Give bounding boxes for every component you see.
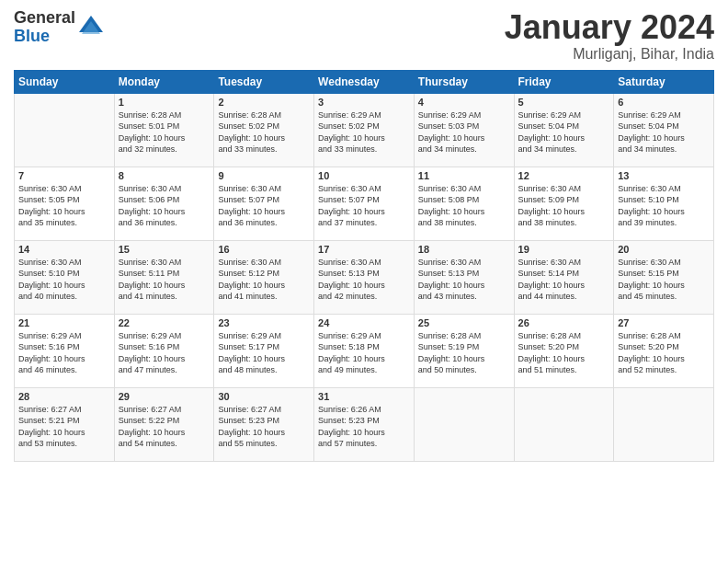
weekday-header: Sunday (15, 70, 115, 93)
day-info: Sunrise: 6:26 AMSunset: 5:23 PMDaylight:… (318, 404, 410, 450)
weekday-header: Tuesday (214, 70, 314, 93)
day-info: Sunrise: 6:29 AMSunset: 5:18 PMDaylight:… (318, 330, 410, 376)
calendar-cell: 14Sunrise: 6:30 AMSunset: 5:10 PMDayligh… (15, 240, 115, 314)
page-header: General Blue January 2024 Murliganj, Bih… (14, 9, 714, 63)
day-number: 6 (618, 97, 710, 108)
calendar-week-row: 14Sunrise: 6:30 AMSunset: 5:10 PMDayligh… (15, 240, 714, 314)
calendar-cell (414, 387, 514, 461)
weekday-header: Friday (514, 70, 614, 93)
day-info: Sunrise: 6:29 AMSunset: 5:16 PMDaylight:… (119, 330, 210, 376)
calendar-cell: 8Sunrise: 6:30 AMSunset: 5:06 PMDaylight… (114, 167, 214, 240)
day-info: Sunrise: 6:27 AMSunset: 5:21 PMDaylight:… (18, 404, 110, 450)
day-number: 22 (119, 317, 210, 328)
calendar-cell: 18Sunrise: 6:30 AMSunset: 5:13 PMDayligh… (414, 240, 514, 314)
day-info: Sunrise: 6:30 AMSunset: 5:13 PMDaylight:… (318, 257, 410, 303)
day-info: Sunrise: 6:29 AMSunset: 5:02 PMDaylight:… (318, 109, 410, 155)
day-info: Sunrise: 6:28 AMSunset: 5:19 PMDaylight:… (418, 330, 510, 376)
month-title: January 2024 (505, 9, 714, 46)
day-number: 28 (18, 391, 110, 402)
day-number: 18 (418, 244, 510, 255)
day-number: 9 (218, 170, 310, 181)
calendar-cell: 22Sunrise: 6:29 AMSunset: 5:16 PMDayligh… (114, 314, 214, 387)
day-number: 15 (119, 244, 210, 255)
calendar-week-row: 28Sunrise: 6:27 AMSunset: 5:21 PMDayligh… (15, 387, 714, 461)
calendar-week-row: 21Sunrise: 6:29 AMSunset: 5:16 PMDayligh… (15, 314, 714, 387)
logo: General Blue (14, 9, 105, 46)
day-number: 24 (318, 317, 410, 328)
day-number: 10 (318, 170, 410, 181)
day-number: 5 (518, 97, 610, 108)
day-number: 17 (318, 244, 410, 255)
logo-general-text: General (14, 9, 75, 28)
title-section: January 2024 Murliganj, Bihar, India (505, 9, 714, 63)
calendar-cell: 29Sunrise: 6:27 AMSunset: 5:22 PMDayligh… (114, 387, 214, 461)
calendar-cell: 26Sunrise: 6:28 AMSunset: 5:20 PMDayligh… (514, 314, 614, 387)
calendar-cell: 21Sunrise: 6:29 AMSunset: 5:16 PMDayligh… (15, 314, 115, 387)
calendar-week-row: 1Sunrise: 6:28 AMSunset: 5:01 PMDaylight… (15, 93, 714, 167)
weekday-header: Thursday (414, 70, 514, 93)
calendar-cell: 12Sunrise: 6:30 AMSunset: 5:09 PMDayligh… (514, 167, 614, 240)
day-info: Sunrise: 6:30 AMSunset: 5:15 PMDaylight:… (618, 257, 710, 303)
day-info: Sunrise: 6:30 AMSunset: 5:06 PMDaylight:… (119, 183, 210, 229)
logo-blue-text: Blue (14, 28, 75, 46)
calendar-week-row: 7Sunrise: 6:30 AMSunset: 5:05 PMDaylight… (15, 167, 714, 240)
day-info: Sunrise: 6:29 AMSunset: 5:03 PMDaylight:… (418, 109, 510, 155)
day-number: 12 (518, 170, 610, 181)
logo-icon (77, 14, 105, 41)
day-number: 27 (618, 317, 710, 328)
calendar-cell: 4Sunrise: 6:29 AMSunset: 5:03 PMDaylight… (414, 93, 514, 167)
day-info: Sunrise: 6:28 AMSunset: 5:01 PMDaylight:… (119, 109, 210, 155)
day-info: Sunrise: 6:30 AMSunset: 5:10 PMDaylight:… (618, 183, 710, 229)
day-info: Sunrise: 6:30 AMSunset: 5:09 PMDaylight:… (518, 183, 610, 229)
day-number: 31 (318, 391, 410, 402)
calendar-cell: 15Sunrise: 6:30 AMSunset: 5:11 PMDayligh… (114, 240, 214, 314)
day-number: 26 (518, 317, 610, 328)
calendar-cell: 28Sunrise: 6:27 AMSunset: 5:21 PMDayligh… (15, 387, 115, 461)
day-number: 20 (618, 244, 710, 255)
calendar-cell: 6Sunrise: 6:29 AMSunset: 5:04 PMDaylight… (614, 93, 714, 167)
day-info: Sunrise: 6:30 AMSunset: 5:05 PMDaylight:… (18, 183, 110, 229)
calendar-cell: 31Sunrise: 6:26 AMSunset: 5:23 PMDayligh… (314, 387, 415, 461)
day-number: 2 (218, 97, 310, 108)
day-info: Sunrise: 6:29 AMSunset: 5:04 PMDaylight:… (618, 109, 710, 155)
day-number: 3 (318, 97, 410, 108)
location: Murliganj, Bihar, India (505, 46, 714, 63)
day-number: 30 (218, 391, 310, 402)
day-number: 4 (418, 97, 510, 108)
day-number: 21 (18, 317, 110, 328)
day-info: Sunrise: 6:30 AMSunset: 5:07 PMDaylight:… (218, 183, 310, 229)
day-info: Sunrise: 6:30 AMSunset: 5:13 PMDaylight:… (418, 257, 510, 303)
day-info: Sunrise: 6:30 AMSunset: 5:10 PMDaylight:… (18, 257, 110, 303)
day-number: 7 (18, 170, 110, 181)
day-number: 29 (119, 391, 210, 402)
day-info: Sunrise: 6:27 AMSunset: 5:23 PMDaylight:… (218, 404, 310, 450)
calendar-cell (614, 387, 714, 461)
calendar-cell: 30Sunrise: 6:27 AMSunset: 5:23 PMDayligh… (214, 387, 314, 461)
calendar-cell: 13Sunrise: 6:30 AMSunset: 5:10 PMDayligh… (614, 167, 714, 240)
day-info: Sunrise: 6:27 AMSunset: 5:22 PMDaylight:… (119, 404, 210, 450)
day-info: Sunrise: 6:30 AMSunset: 5:14 PMDaylight:… (518, 257, 610, 303)
day-info: Sunrise: 6:30 AMSunset: 5:07 PMDaylight:… (318, 183, 410, 229)
calendar-cell: 16Sunrise: 6:30 AMSunset: 5:12 PMDayligh… (214, 240, 314, 314)
calendar-cell: 19Sunrise: 6:30 AMSunset: 5:14 PMDayligh… (514, 240, 614, 314)
day-info: Sunrise: 6:30 AMSunset: 5:11 PMDaylight:… (119, 257, 210, 303)
day-number: 23 (218, 317, 310, 328)
day-info: Sunrise: 6:30 AMSunset: 5:12 PMDaylight:… (218, 257, 310, 303)
calendar-cell: 5Sunrise: 6:29 AMSunset: 5:04 PMDaylight… (514, 93, 614, 167)
calendar-cell: 1Sunrise: 6:28 AMSunset: 5:01 PMDaylight… (114, 93, 214, 167)
calendar-cell: 20Sunrise: 6:30 AMSunset: 5:15 PMDayligh… (614, 240, 714, 314)
day-info: Sunrise: 6:28 AMSunset: 5:20 PMDaylight:… (618, 330, 710, 376)
calendar-cell: 24Sunrise: 6:29 AMSunset: 5:18 PMDayligh… (314, 314, 415, 387)
calendar-cell: 7Sunrise: 6:30 AMSunset: 5:05 PMDaylight… (15, 167, 115, 240)
day-info: Sunrise: 6:30 AMSunset: 5:08 PMDaylight:… (418, 183, 510, 229)
day-info: Sunrise: 6:28 AMSunset: 5:20 PMDaylight:… (518, 330, 610, 376)
day-number: 14 (18, 244, 110, 255)
day-number: 13 (618, 170, 710, 181)
calendar-cell (15, 93, 115, 167)
calendar-cell: 9Sunrise: 6:30 AMSunset: 5:07 PMDaylight… (214, 167, 314, 240)
calendar-cell (514, 387, 614, 461)
day-info: Sunrise: 6:29 AMSunset: 5:04 PMDaylight:… (518, 109, 610, 155)
day-info: Sunrise: 6:28 AMSunset: 5:02 PMDaylight:… (218, 109, 310, 155)
day-info: Sunrise: 6:29 AMSunset: 5:16 PMDaylight:… (18, 330, 110, 376)
day-number: 25 (418, 317, 510, 328)
